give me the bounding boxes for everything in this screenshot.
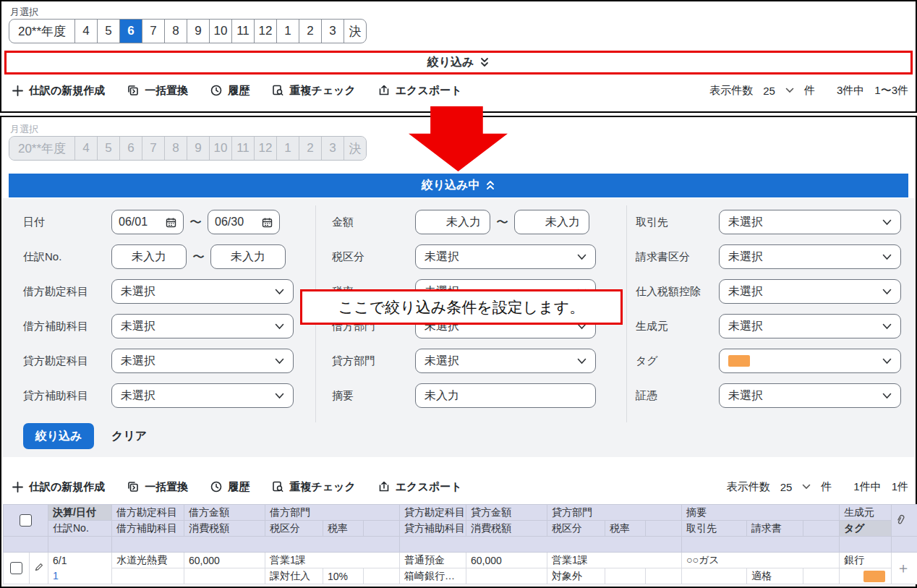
filter-panel: 日付 06/01 〜 06/30 仕訳No. 未入力 〜 未入力 借方勘定科目 … — [3, 198, 914, 457]
col-tag[interactable]: タグ — [840, 521, 892, 537]
chevron-down-icon — [882, 254, 892, 260]
credit-dept-select[interactable]: 未選択 — [415, 349, 596, 373]
tax-class-select[interactable]: 未選択 — [415, 244, 596, 269]
tax-deduction-select[interactable]: 未選択 — [719, 279, 901, 304]
bulk-replace-button[interactable]: 一括置換 — [127, 480, 188, 494]
display-count-value[interactable]: 25 — [780, 481, 793, 493]
journal-table: 決算/日付 借方勘定科目 借方金額 借方部門 貸方勘定科目 貸方金額 貸方部門 … — [3, 504, 917, 584]
col-settle-date[interactable]: 決算/日付 — [48, 505, 112, 521]
year-tab-disabled: 20**年度 — [9, 137, 74, 160]
month-tab-disabled: 10 — [209, 137, 231, 160]
amount-from-input[interactable]: 未入力 — [415, 210, 490, 234]
month-tab-11[interactable]: 11 — [231, 20, 254, 43]
add-row-button[interactable]: ＋ — [892, 553, 917, 584]
col-description[interactable]: 摘要 — [682, 505, 840, 521]
apply-filter-button[interactable]: 絞り込み — [23, 423, 94, 449]
display-count-value[interactable]: 25 — [763, 85, 775, 97]
journal-no-to-input[interactable]: 未入力 — [210, 244, 286, 269]
col-debit-account[interactable]: 借方勘定科目 — [112, 505, 184, 521]
cell-credit-dept: 営業1課 — [547, 553, 682, 568]
cell-credit-tax-rate — [605, 568, 646, 584]
col-credit-amount[interactable]: 貸方金額 — [466, 505, 547, 521]
duplicate-check-button[interactable]: 重複チェック — [271, 480, 355, 494]
col-credit-tax-amount[interactable]: 消費税額 — [466, 521, 547, 537]
calendar-icon[interactable] — [262, 217, 273, 228]
month-tab-disabled: 4 — [74, 137, 97, 160]
chevron-down-icon[interactable] — [785, 88, 794, 93]
col-debit-tax-amount[interactable]: 消費税額 — [184, 521, 265, 537]
source-select[interactable]: 未選択 — [719, 314, 901, 338]
export-button[interactable]: エクスポート — [378, 84, 462, 98]
col-empty — [364, 521, 400, 537]
export-button[interactable]: エクスポート — [378, 480, 462, 494]
new-journal-button[interactable]: 仕訳の新規作成 — [12, 84, 105, 98]
col-credit-tax-class[interactable]: 税区分 — [547, 521, 605, 537]
col-source[interactable]: 生成元 — [840, 505, 892, 521]
month-tab-10[interactable]: 10 — [209, 20, 231, 43]
cell-debit-account: 水道光熱費 — [112, 553, 184, 568]
col-invoice[interactable]: 請求書 — [747, 521, 803, 537]
bulk-replace-button[interactable]: 一括置換 — [127, 84, 188, 98]
clear-filter-button[interactable]: クリア — [111, 423, 147, 449]
month-tab-8[interactable]: 8 — [164, 20, 187, 43]
col-debit-sub-account[interactable]: 借方補助科目 — [112, 521, 184, 537]
month-tab-disabled: 1 — [276, 137, 299, 160]
journal-no-link[interactable]: 1 — [53, 570, 59, 581]
month-tab-5[interactable]: 5 — [97, 20, 119, 43]
col-debit-tax-rate[interactable]: 税率 — [323, 521, 364, 537]
col-attachment — [892, 505, 917, 537]
debit-account-select[interactable]: 未選択 — [111, 279, 294, 304]
history-button[interactable]: 履歴 — [210, 480, 249, 494]
export-icon — [378, 84, 391, 97]
col-debit-dept[interactable]: 借方部門 — [265, 505, 400, 521]
new-journal-button[interactable]: 仕訳の新規作成 — [12, 480, 105, 494]
col-credit-tax-rate[interactable]: 税率 — [605, 521, 646, 537]
month-tab-6-selected[interactable]: 6 — [119, 20, 142, 43]
description-input[interactable]: 未入力 — [415, 383, 596, 408]
col-credit-account[interactable]: 貸方勘定科目 — [400, 505, 466, 521]
col-debit-tax-class[interactable]: 税区分 — [265, 521, 323, 537]
month-selector: 20**年度 4 5 6 7 8 9 10 11 12 1 2 3 決 — [9, 19, 367, 43]
history-button[interactable]: 履歴 — [210, 84, 249, 98]
partner-select[interactable]: 未選択 — [719, 210, 901, 234]
month-tab-7[interactable]: 7 — [142, 20, 164, 43]
filter-toggle-bar[interactable]: 絞り込み — [4, 51, 913, 74]
col-credit-sub-account[interactable]: 貸方補助科目 — [400, 521, 466, 537]
month-tab-disabled: 2 — [299, 137, 321, 160]
month-tab-3[interactable]: 3 — [321, 20, 344, 43]
column-divider — [626, 205, 627, 422]
month-tab-12[interactable]: 12 — [254, 20, 276, 43]
pencil-icon[interactable] — [34, 562, 44, 572]
date-to-input[interactable]: 06/30 — [208, 210, 280, 234]
month-tab-disabled: 8 — [164, 137, 187, 160]
filter-open-bar[interactable]: 絞り込み中 — [9, 174, 908, 197]
col-partner[interactable]: 取引先 — [682, 521, 747, 537]
select-all-checkbox[interactable] — [20, 514, 32, 527]
col-credit-dept[interactable]: 貸方部門 — [547, 505, 682, 521]
journal-no-filter-label: 仕訳No. — [23, 250, 111, 264]
calendar-icon[interactable] — [166, 217, 176, 228]
row-checkbox[interactable] — [10, 562, 22, 574]
evidence-select[interactable]: 未選択 — [719, 383, 901, 408]
col-journal-no[interactable]: 仕訳No. — [48, 521, 112, 537]
chevron-down-icon[interactable] — [802, 484, 811, 490]
month-tab-4[interactable]: 4 — [74, 20, 97, 43]
tag-select[interactable] — [719, 349, 901, 373]
cell-debit-tax-amount — [184, 568, 265, 584]
journal-no-from-input[interactable]: 未入力 — [111, 244, 187, 269]
month-tab-settlement[interactable]: 決 — [344, 20, 366, 43]
month-tab-9[interactable]: 9 — [187, 20, 209, 43]
month-tab-1[interactable]: 1 — [276, 20, 299, 43]
amount-to-input[interactable]: 未入力 — [514, 210, 589, 234]
month-tab-2[interactable]: 2 — [299, 20, 321, 43]
year-tab[interactable]: 20**年度 — [9, 20, 74, 43]
date-from-input[interactable]: 06/01 — [111, 210, 184, 234]
col-debit-amount[interactable]: 借方金額 — [184, 505, 265, 521]
credit-account-select[interactable]: 未選択 — [111, 349, 294, 373]
cell-invoice: 適格 — [747, 568, 803, 584]
debit-sub-account-select[interactable]: 未選択 — [111, 314, 294, 338]
invoice-class-select[interactable]: 未選択 — [719, 244, 901, 269]
duplicate-check-button[interactable]: 重複チェック — [271, 84, 355, 98]
credit-sub-account-select[interactable]: 未選択 — [111, 383, 294, 408]
month-tab-disabled: 11 — [231, 137, 254, 160]
